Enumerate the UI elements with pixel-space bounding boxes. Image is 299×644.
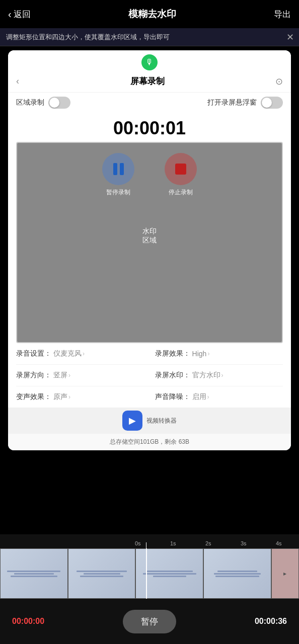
timeline-section: 0s 1s 2s 3s 4s [0,534,299,599]
thumb-cell-4 [203,548,271,599]
phone-settings-icon[interactable]: ⊙ [275,76,283,87]
phone-header-title: 屏幕录制 [130,75,165,87]
thumb-cell-1 [0,548,68,599]
noise-arrow-icon: › [207,393,209,400]
app-overlay: ▶ 视频转换器 [8,408,291,434]
pause-button[interactable]: 暂停 [123,610,176,633]
voice-label: 变声效果： [16,392,51,401]
toggle-area-record[interactable]: 区域录制 [16,97,70,109]
top-bar: ‹ 返回 模糊去水印 导出 [0,0,299,28]
orientation-label: 录屏方向： [16,371,51,380]
thumb-cell-2 [68,548,136,599]
playhead-line [146,542,146,548]
settings-row-2: 录屏方向： 竖屏 › 录屏水印： 官方水印 › [16,365,283,386]
stop-record-button[interactable]: 停止录制 [165,153,197,197]
settings-quality-group[interactable]: 录屏效果： High › [155,349,283,358]
back-chevron-icon: ‹ [8,9,12,20]
pause-label: 暂停录制 [106,188,130,197]
time-current: 00:00:00 [12,617,44,626]
pause-record-button[interactable]: 暂停录制 [102,153,134,197]
timeline-ruler: 0s 1s 2s 3s 4s [0,534,299,548]
settings-watermark-group[interactable]: 录屏水印： 官方水印 › [155,371,283,380]
settings-audio-group[interactable]: 录音设置： 仪麦克风 › [16,349,144,358]
toggle2-switch[interactable] [261,97,283,109]
quality-label: 录屏效果： [155,349,190,358]
toggles-row: 区域录制 打开录屏悬浮窗 [8,93,291,113]
settings-row-1: 录音设置： 仪麦克风 › 录屏效果： High › [16,343,283,365]
thumbnail-strip: ▶ [0,548,299,599]
stop-icon [175,164,186,175]
settings-noise-group[interactable]: 声音降噪： 启用 › [155,392,283,401]
watermark-settings-value: 官方水印 › [192,371,223,380]
mic-indicator: 🎙 [141,54,158,70]
settings-row-3: 变声效果： 原声 › 声音降噪： 启用 › [16,386,283,408]
quality-value: High › [192,350,210,358]
app-icon-video: ▶ [122,411,142,431]
orientation-value: 竖屏 › [53,371,70,380]
audio-settings-value: 仪麦克风 › [53,349,85,358]
noise-value: 启用 › [192,392,209,401]
bottom-bar: 00:00:00 暂停 00:00:36 [0,599,299,644]
export-button[interactable]: 导出 [274,9,291,20]
toggle1-label: 区域录制 [16,98,44,107]
pause-circle[interactable] [102,153,134,185]
watermark-settings-label: 录屏水印： [155,371,190,380]
orientation-arrow-icon: › [68,372,70,379]
storage-bar: 总存储空间101GB，剩余 63B [8,434,291,450]
audio-arrow-icon: › [83,350,85,357]
time-total: 00:00:36 [255,617,287,626]
back-label: 返回 [14,9,31,20]
stop-circle[interactable] [165,153,197,185]
toggle1-switch[interactable] [48,97,70,109]
recording-timer: 00:00:01 [8,113,291,142]
settings-voice-group[interactable]: 变声效果： 原声 › [16,392,144,401]
playhead-strip [146,548,147,599]
ruler-label-0s: 0s [135,540,141,546]
quality-arrow-icon: › [207,350,209,357]
toggle2-label: 打开录屏悬浮窗 [207,98,257,107]
settings-orientation-group[interactable]: 录屏方向： 竖屏 › [16,371,144,380]
recording-area: 暂停录制 停止录制 水印区域 [16,142,283,343]
toggle-floating-window[interactable]: 打开录屏悬浮窗 [207,97,283,109]
ruler-label-3s: 3s [241,540,247,546]
thumb-cell-5: ▶ [271,548,299,599]
voice-value: 原声 › [53,392,70,401]
phone-header: ‹ 屏幕录制 ⊙ [8,70,291,93]
app-title: 模糊去水印 [128,8,176,21]
ruler-label-2s: 2s [205,540,211,546]
phone-ui: 🎙 ‹ 屏幕录制 ⊙ 区域录制 打开录屏悬浮窗 00:00:01 [8,50,291,450]
notice-close-button[interactable]: ✕ [286,32,294,43]
voice-arrow-icon: › [68,393,70,400]
settings-section: 录音设置： 仪麦克风 › 录屏效果： High › 录屏方向： 竖屏 › 录屏水… [8,343,291,408]
main-content: 🎙 ‹ 屏幕录制 ⊙ 区域录制 打开录屏悬浮窗 00:00:01 [8,50,291,450]
phone-back-icon[interactable]: ‹ [16,76,19,87]
notice-bar: 调整矩形位置和四边大小，使其覆盖水印区域，导出即可 ✕ [0,28,299,46]
controls-row: 暂停录制 停止录制 [102,153,197,197]
pause-icon [113,163,124,175]
ruler-label-1s: 1s [170,540,176,546]
watermark-label: 水印区域 [142,227,157,245]
notice-text: 调整矩形位置和四边大小，使其覆盖水印区域，导出即可 [6,33,170,42]
app-icon-label: 视频转换器 [146,417,177,425]
ruler-label-4s: 4s [276,540,282,546]
stop-label: 停止录制 [169,188,193,197]
noise-label: 声音降噪： [155,392,190,401]
back-button[interactable]: ‹ 返回 [8,9,31,20]
audio-settings-label: 录音设置： [16,349,51,358]
watermark-arrow-icon: › [221,372,223,379]
